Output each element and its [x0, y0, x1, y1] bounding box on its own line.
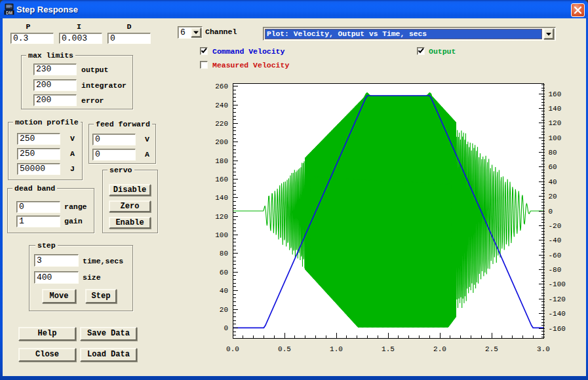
svg-text:DM: DM [6, 10, 12, 15]
svg-text:-100: -100 [549, 280, 566, 288]
svg-text:140: 140 [549, 105, 562, 113]
svg-text:0.5: 0.5 [278, 345, 291, 353]
svg-text:100: 100 [215, 231, 228, 239]
svg-text:200: 200 [215, 138, 228, 146]
svg-text:3.0: 3.0 [537, 345, 550, 353]
svg-text:1.5: 1.5 [382, 345, 395, 353]
svg-text:120: 120 [215, 213, 228, 221]
svg-text:0.0: 0.0 [226, 345, 239, 353]
svg-text:-20: -20 [549, 222, 562, 230]
svg-text:260: 260 [215, 83, 228, 90]
svg-text:-120: -120 [549, 295, 566, 303]
svg-text:240: 240 [215, 102, 228, 109]
svg-text:60: 60 [549, 163, 557, 171]
svg-text:1.0: 1.0 [330, 345, 343, 353]
svg-text:20: 20 [549, 193, 557, 200]
svg-text:160: 160 [549, 90, 562, 98]
svg-text:140: 140 [215, 194, 228, 202]
svg-text:-140: -140 [549, 310, 566, 318]
svg-text:20: 20 [220, 306, 228, 314]
svg-text:80: 80 [220, 250, 228, 257]
svg-text:-160: -160 [549, 325, 566, 333]
svg-text:180: 180 [215, 157, 228, 165]
svg-text:40: 40 [549, 178, 557, 186]
svg-text:-80: -80 [549, 266, 562, 274]
svg-text:0: 0 [549, 208, 553, 216]
svg-text:0: 0 [224, 324, 228, 332]
svg-text:2.0: 2.0 [433, 345, 446, 353]
svg-text:40: 40 [220, 287, 228, 295]
svg-text:-40: -40 [549, 237, 562, 244]
svg-text:100: 100 [549, 134, 562, 142]
svg-text:120: 120 [549, 119, 562, 127]
svg-text:2.5: 2.5 [485, 345, 498, 353]
svg-text:-60: -60 [549, 252, 562, 259]
svg-text:80: 80 [549, 149, 557, 157]
svg-text:160: 160 [215, 176, 228, 183]
svg-text:60: 60 [220, 269, 228, 276]
svg-text:220: 220 [215, 120, 228, 128]
